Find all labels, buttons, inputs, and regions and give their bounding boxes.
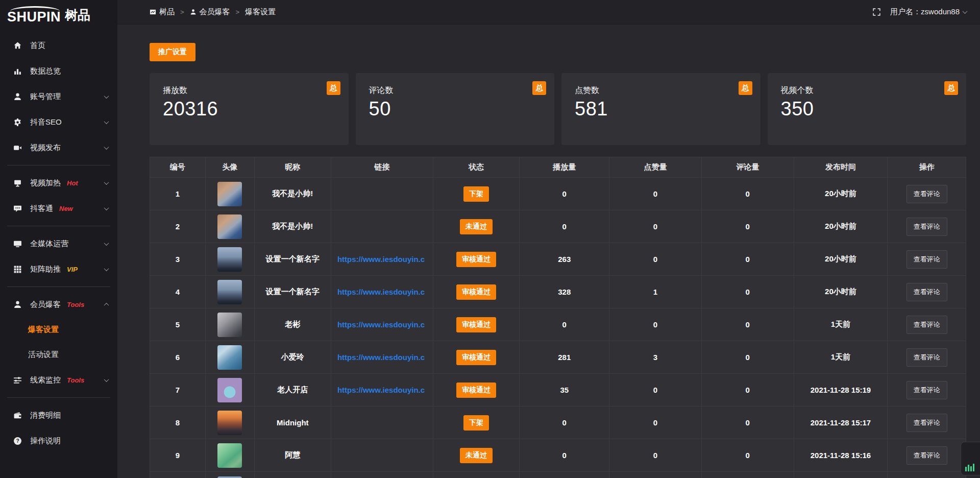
chevron-down-icon xyxy=(963,9,968,14)
column-header: 评论量 xyxy=(701,157,794,178)
cell-plays: 328 xyxy=(520,276,609,308)
breadcrumb-separator: > xyxy=(180,8,184,16)
status-badge: 审核通过 xyxy=(456,317,496,332)
sidebar-item-account-manage[interactable]: 账号管理 xyxy=(0,84,117,109)
cell-likes: 0 xyxy=(609,407,702,439)
sidebar-item-video-heat[interactable]: 视频加热Hot xyxy=(0,170,117,196)
view-comments-button[interactable]: 查看评论 xyxy=(906,185,947,203)
cell-link xyxy=(331,407,433,439)
view-comments-button[interactable]: 查看评论 xyxy=(906,218,947,236)
avatar xyxy=(217,378,242,402)
breadcrumb-item[interactable]: 会员爆客 xyxy=(190,7,230,17)
sidebar-item-matrix-boost[interactable]: 矩阵助推VIP xyxy=(0,256,117,282)
breadcrumb-item[interactable]: 树品 xyxy=(150,7,175,17)
cell-action: 查看评论 xyxy=(888,439,966,472)
sidebar-subitem-baoke-settings[interactable]: 爆客设置 xyxy=(0,317,117,342)
sidebar-item-home[interactable]: 首页 xyxy=(0,33,117,58)
sidebar-item-operation-guide[interactable]: ?操作说明 xyxy=(0,428,117,453)
cell-status: 未通过 xyxy=(433,210,519,243)
videos-table-wrap: 编号头像昵称链接状态播放量点赞量评论量发布时间操作1我不是小帅!下架00020小… xyxy=(150,157,966,478)
cell-nickname: 设置一个新名字 xyxy=(254,243,331,276)
status-badge: 审核通过 xyxy=(456,350,496,365)
sidebar-subitem-activity-settings[interactable]: 活动设置 xyxy=(0,342,117,367)
sidebar-item-data-overview[interactable]: 数据总览 xyxy=(0,58,117,84)
status-badge: 未通过 xyxy=(460,448,493,463)
sidebar-item-consume-detail[interactable]: 消费明细 xyxy=(0,402,117,428)
cell-likes: 0 xyxy=(609,308,702,341)
cell-plays: 0 xyxy=(520,439,609,472)
topbar-right: 用户名：zswodun88 xyxy=(872,7,967,17)
chevron-down-icon xyxy=(104,93,109,99)
username[interactable]: 用户名：zswodun88 xyxy=(890,7,967,17)
view-comments-button[interactable]: 查看评论 xyxy=(906,250,947,269)
sidebar-item-omni-media[interactable]: 全媒体运营 xyxy=(0,231,117,256)
chevron-down-icon xyxy=(104,145,109,150)
cell-nickname: Midnight xyxy=(254,407,331,439)
user-icon xyxy=(190,9,197,15)
sidebar-item-label: 数据总览 xyxy=(30,66,61,76)
sidebar-item-douyin-seo[interactable]: 抖音SEO xyxy=(0,109,117,135)
cell-nickname: 我不是小帅! xyxy=(254,178,331,210)
video-link[interactable]: https://www.iesdouyin.c xyxy=(337,255,425,264)
view-comments-button[interactable]: 查看评论 xyxy=(906,414,947,432)
cell-avatar xyxy=(205,276,254,308)
table-header-row: 编号头像昵称链接状态播放量点赞量评论量发布时间操作 xyxy=(150,157,966,178)
cell-plays: 263 xyxy=(520,243,609,276)
sidebar: SHUPIN 树品 首页数据总览账号管理抖音SEO视频发布视频加热Hot抖客通N… xyxy=(0,0,117,478)
view-comments-button[interactable]: 查看评论 xyxy=(906,381,947,399)
video-link[interactable]: https://www.iesdouyin.c xyxy=(337,353,425,362)
sidebar-item-douketong[interactable]: 抖客通New xyxy=(0,196,117,221)
video-link[interactable]: https://www.iesdouyin.c xyxy=(337,288,425,296)
cell-action: 查看评论 xyxy=(888,243,966,276)
stat-label: 视频个数 xyxy=(781,85,953,96)
stat-total-badge: 总 xyxy=(327,81,340,95)
cell-no: 5 xyxy=(150,308,206,341)
cell-status: 审核通过 xyxy=(433,243,519,276)
cell-status: 审核通过 xyxy=(433,341,519,374)
cell-link xyxy=(331,178,433,210)
table-row: 1我不是小帅!下架00020小时前查看评论 xyxy=(150,178,966,210)
cell-likes: 1 xyxy=(609,276,702,308)
view-comments-button[interactable]: 查看评论 xyxy=(906,316,947,334)
cell-time: 20小时前 xyxy=(794,178,888,210)
cell-comments: 0 xyxy=(701,341,794,374)
cell-no: 3 xyxy=(150,243,206,276)
floating-widget[interactable] xyxy=(961,442,980,475)
main-area: 树品>会员爆客>爆客设置 用户名：zswodun88 推广设置 播放数20316… xyxy=(117,0,980,478)
sidebar-item-video-publish[interactable]: 视频发布 xyxy=(0,135,117,160)
sidebar-item-member-baoke[interactable]: 会员爆客Tools xyxy=(0,292,117,317)
view-comments-button[interactable]: 查看评论 xyxy=(906,283,947,301)
sliders-icon xyxy=(13,376,23,385)
view-comments-button[interactable]: 查看评论 xyxy=(906,348,947,367)
view-comments-button[interactable]: 查看评论 xyxy=(906,446,947,465)
stat-total-badge: 总 xyxy=(739,81,752,95)
column-header: 编号 xyxy=(150,157,206,178)
cell-time: 1天前 xyxy=(794,308,888,341)
cell-likes: 0 xyxy=(609,243,702,276)
breadcrumb-label: 爆客设置 xyxy=(245,7,276,17)
video-link[interactable]: https://www.iesdouyin.c xyxy=(337,320,425,329)
sidebar-item-label: 抖客通 xyxy=(30,204,53,213)
menu-divider xyxy=(7,286,110,287)
sidebar-item-clue-monitor[interactable]: 线索监控Tools xyxy=(0,367,117,393)
cell-time: 2021-11-28 15:16 xyxy=(794,439,888,472)
table-row-partial xyxy=(150,472,966,478)
cell-avatar xyxy=(205,374,254,407)
cell-comments: 0 xyxy=(701,439,794,472)
avatar xyxy=(217,280,242,304)
table-row: 8Midnight下架0002021-11-28 15:17查看评论 xyxy=(150,407,966,439)
video-link[interactable]: https://www.iesdouyin.c xyxy=(337,386,425,394)
breadcrumb-label: 会员爆客 xyxy=(200,7,230,17)
promo-settings-button[interactable]: 推广设置 xyxy=(150,43,195,61)
cell-no: 6 xyxy=(150,341,206,374)
sidebar-item-label: 账号管理 xyxy=(30,92,61,102)
sidebar-item-label: 线索监控 xyxy=(30,375,61,385)
chevron-down-icon xyxy=(104,241,109,246)
logo-arc xyxy=(10,6,60,11)
breadcrumb-item: 爆客设置 xyxy=(245,7,276,17)
stat-card-3: 视频个数350总 xyxy=(768,73,967,145)
table-row: 5老彬https://www.iesdouyin.c审核通过0001天前查看评论 xyxy=(150,308,966,341)
fullscreen-icon[interactable] xyxy=(872,8,881,16)
column-header: 播放量 xyxy=(520,157,609,178)
cell-link: https://www.iesdouyin.c xyxy=(331,308,433,341)
